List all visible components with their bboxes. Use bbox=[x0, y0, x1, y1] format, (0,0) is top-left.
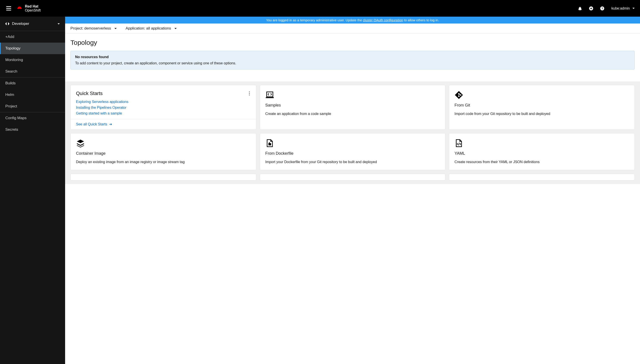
quick-starts-card: Quick Starts Exploring Serverless applic… bbox=[70, 85, 256, 130]
quick-start-link[interactable]: Getting started with a sample bbox=[76, 112, 251, 116]
card-desc: Import code from your Git repository to … bbox=[455, 111, 629, 116]
perspective-label: Developer bbox=[12, 22, 29, 26]
card-title: Samples bbox=[265, 103, 440, 108]
svg-rect-4 bbox=[267, 92, 273, 97]
sidebar: Developer +Add Topology Monitoring Searc… bbox=[0, 17, 65, 364]
yaml-icon bbox=[455, 139, 463, 148]
svg-point-0 bbox=[17, 9, 22, 10]
code-icon bbox=[5, 22, 9, 26]
project-bar: Project: demoserverless Application: all… bbox=[65, 24, 640, 34]
card-desc: Deploy an existing image from an image r… bbox=[76, 159, 251, 165]
sidebar-item-helm[interactable]: Helm bbox=[0, 89, 65, 100]
from-git-card[interactable]: From Git Import code from your Git repos… bbox=[449, 85, 635, 130]
kebab-menu[interactable] bbox=[248, 90, 251, 96]
page-title: Topology bbox=[70, 39, 635, 46]
banner-prefix: You are logged in as a temporary adminis… bbox=[266, 18, 363, 22]
bell-icon[interactable] bbox=[578, 6, 582, 10]
from-dockerfile-card[interactable]: From Dockerfile Import your Dockerfile f… bbox=[260, 133, 446, 170]
redhat-icon bbox=[17, 6, 23, 11]
svg-rect-5 bbox=[266, 97, 274, 98]
see-all-quick-starts[interactable]: See all Quick Starts bbox=[76, 122, 251, 126]
chevron-down-icon bbox=[114, 28, 117, 29]
card-title: Container Image bbox=[76, 151, 251, 156]
layers-icon bbox=[76, 139, 85, 148]
yaml-card[interactable]: YAML Create resources from their YAML or… bbox=[449, 133, 635, 170]
card-title: From Git bbox=[455, 103, 629, 108]
project-label: Project: demoserverless bbox=[70, 26, 111, 31]
card-peek[interactable] bbox=[449, 174, 635, 180]
sidebar-item-topology[interactable]: Topology bbox=[0, 42, 65, 54]
banner-link[interactable]: cluster OAuth configuration bbox=[363, 18, 403, 22]
dockerfile-icon bbox=[265, 139, 274, 148]
user-menu[interactable]: kube:admin bbox=[611, 6, 635, 10]
see-all-label: See all Quick Starts bbox=[76, 122, 107, 126]
samples-card[interactable]: Samples Create an application from a cod… bbox=[260, 85, 446, 130]
quick-start-link[interactable]: Installing the Pipelines Operator bbox=[76, 106, 251, 110]
arrow-right-icon bbox=[109, 123, 112, 126]
quick-start-link[interactable]: Exploring Serverless applications bbox=[76, 100, 251, 104]
sidebar-item-secrets[interactable]: Secrets bbox=[0, 124, 65, 136]
sidebar-item-configmaps[interactable]: Config Maps bbox=[0, 112, 65, 124]
card-title: From Dockerfile bbox=[265, 151, 440, 156]
chevron-down-icon bbox=[58, 23, 60, 24]
card-desc: Create an application from a code sample bbox=[265, 111, 440, 116]
card-desc: Create resources from their YAML or JSON… bbox=[455, 159, 629, 165]
logo[interactable]: Red Hat OpenShift bbox=[17, 4, 41, 12]
project-dropdown[interactable]: Project: demoserverless bbox=[70, 26, 117, 31]
card-desc: Import your Dockerfile from your Git rep… bbox=[265, 159, 440, 165]
plus-circle-icon[interactable] bbox=[589, 6, 593, 10]
quick-starts-title: Quick Starts bbox=[76, 90, 103, 96]
auth-banner: You are logged in as a temporary adminis… bbox=[65, 17, 640, 24]
chevron-down-icon bbox=[632, 8, 635, 9]
sidebar-item-builds[interactable]: Builds bbox=[0, 78, 65, 89]
info-box: No resources found To add content to you… bbox=[70, 51, 635, 70]
sidebar-item-search[interactable]: Search bbox=[0, 66, 65, 77]
container-image-card[interactable]: Container Image Deploy an existing image… bbox=[70, 133, 256, 170]
application-label: Application: all applications bbox=[126, 26, 171, 31]
help-icon[interactable]: ? bbox=[600, 6, 604, 10]
product-name: OpenShift bbox=[25, 8, 41, 12]
main-content: You are logged in as a temporary adminis… bbox=[65, 17, 640, 364]
chevron-down-icon bbox=[174, 28, 177, 29]
svg-text:?: ? bbox=[601, 7, 603, 10]
card-title: YAML bbox=[455, 151, 629, 156]
top-header: Red Hat OpenShift ? kube:admin bbox=[0, 0, 640, 17]
card-peek[interactable] bbox=[260, 174, 446, 180]
banner-suffix: to allow others to log in. bbox=[403, 18, 439, 22]
info-box-title: No resources found bbox=[75, 55, 630, 59]
git-icon bbox=[455, 90, 463, 100]
sidebar-item-project[interactable]: Project bbox=[0, 100, 65, 112]
card-peek[interactable] bbox=[70, 174, 256, 180]
username: kube:admin bbox=[611, 6, 630, 10]
code-laptop-icon bbox=[265, 90, 274, 100]
perspective-selector[interactable]: Developer bbox=[0, 17, 65, 31]
application-dropdown[interactable]: Application: all applications bbox=[126, 26, 177, 31]
sidebar-item-add[interactable]: +Add bbox=[0, 31, 65, 42]
brand-name: Red Hat bbox=[25, 4, 41, 8]
sidebar-item-monitoring[interactable]: Monitoring bbox=[0, 54, 65, 66]
hamburger-menu[interactable] bbox=[5, 5, 12, 11]
info-box-desc: To add content to your project, create a… bbox=[75, 61, 630, 65]
